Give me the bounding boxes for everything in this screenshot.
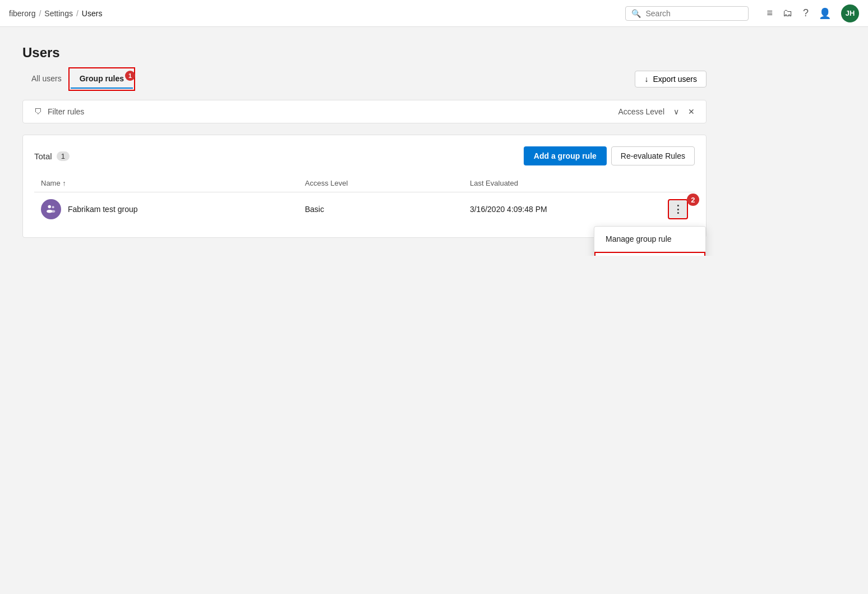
cell-last-evaluated: 3/16/2020 4:09:48 PM <box>463 192 661 227</box>
search-bar[interactable]: 🔍 <box>625 6 749 21</box>
help-icon[interactable]: ? <box>803 7 809 19</box>
group-name-cell: Fabrikam test group <box>41 199 292 219</box>
tabs-row: All users Group rules 1 ↓ Export users <box>22 70 707 89</box>
group-name: Fabrikam test group <box>68 205 138 214</box>
cell-access-level: Basic <box>298 192 463 227</box>
breadcrumb-users[interactable]: Users <box>82 9 103 18</box>
name-label: Name <box>41 179 61 187</box>
data-table: Name ↑ Access Level Last Evaluated <box>34 174 695 226</box>
sort-icon: ↑ <box>62 179 66 187</box>
tab-group-rules[interactable]: Group rules 1 <box>71 70 133 89</box>
page-title: Users <box>22 45 707 61</box>
breadcrumb-sep1: / <box>39 9 41 18</box>
group-icon <box>41 199 61 219</box>
chevron-down-icon[interactable]: ∨ <box>673 107 679 116</box>
more-options-button[interactable]: ⋮ <box>668 199 688 219</box>
annotation-badge-2: 2 <box>687 194 699 206</box>
download-icon: ↓ <box>644 75 648 84</box>
tab-group-rules-label: Group rules <box>80 74 124 83</box>
search-icon: 🔍 <box>631 9 641 18</box>
svg-point-1 <box>52 206 54 208</box>
top-nav: fiberorg / Settings / Users 🔍 ≡ 🗂 ? 👤 JH <box>0 0 868 27</box>
search-input[interactable] <box>645 9 742 18</box>
breadcrumb: fiberorg / Settings / Users <box>9 9 102 18</box>
dropdown-item-manage-members[interactable]: Manage members 3 <box>594 252 705 256</box>
table-row: Fabrikam test group Basic 3/16/2020 4:09… <box>34 192 695 227</box>
svg-point-3 <box>51 210 55 213</box>
total-label: Total <box>34 151 52 161</box>
export-users-button[interactable]: ↓ Export users <box>635 71 707 88</box>
export-users-label: Export users <box>653 75 697 84</box>
filter-left[interactable]: ⛉ Filter rules <box>34 107 84 116</box>
add-group-rule-button[interactable]: Add a group rule <box>524 146 607 165</box>
col-header-access[interactable]: Access Level <box>298 174 463 192</box>
table-header: Name ↑ Access Level Last Evaluated <box>34 174 695 192</box>
svg-point-0 <box>48 205 52 209</box>
btn-group: Add a group rule Re-evaluate Rules <box>524 146 695 165</box>
breadcrumb-sep2: / <box>76 9 79 18</box>
col-header-name[interactable]: Name ↑ <box>34 174 298 192</box>
total-badge: Total 1 <box>34 151 70 161</box>
tab-all-users-label: All users <box>31 74 62 83</box>
filter-bar: ⛉ Filter rules Access Level ∨ ✕ <box>22 100 707 123</box>
dropdown-menu: Manage group rule Manage members 3 Remov… <box>594 226 706 256</box>
list-icon[interactable]: ≡ <box>767 7 773 19</box>
close-icon[interactable]: ✕ <box>688 107 695 116</box>
col-header-evaluated: Last Evaluated <box>463 174 661 192</box>
cell-name: Fabrikam test group <box>34 192 298 227</box>
col-header-actions <box>661 174 695 192</box>
nav-icons: ≡ 🗂 ? 👤 JH <box>767 4 859 22</box>
dropdown-item-manage-group-rule[interactable]: Manage group rule <box>594 227 705 252</box>
main-content: Users All users Group rules 1 ↓ Export u… <box>0 27 729 256</box>
cell-actions: ⋮ 2 Manage group rule Manage members 3 <box>661 192 695 227</box>
total-count: 1 <box>57 151 70 161</box>
bag-icon[interactable]: 🗂 <box>783 7 793 19</box>
breadcrumb-settings[interactable]: Settings <box>44 9 73 18</box>
breadcrumb-org[interactable]: fiberorg <box>9 9 35 18</box>
tab-badge: 1 <box>125 71 135 81</box>
user-settings-icon[interactable]: 👤 <box>819 7 831 20</box>
reevaluate-rules-button[interactable]: Re-evaluate Rules <box>611 146 695 165</box>
table-card: Total 1 Add a group rule Re-evaluate Rul… <box>22 135 707 238</box>
tabs: All users Group rules 1 <box>22 70 133 89</box>
filter-right[interactable]: Access Level ∨ ✕ <box>618 107 695 116</box>
avatar[interactable]: JH <box>841 4 859 22</box>
access-level-label: Access Level <box>618 107 664 116</box>
filter-icon: ⛉ <box>34 107 42 116</box>
table-header-row: Total 1 Add a group rule Re-evaluate Rul… <box>34 146 695 165</box>
tab-all-users[interactable]: All users <box>22 70 71 89</box>
filter-rules-label: Filter rules <box>48 107 84 116</box>
